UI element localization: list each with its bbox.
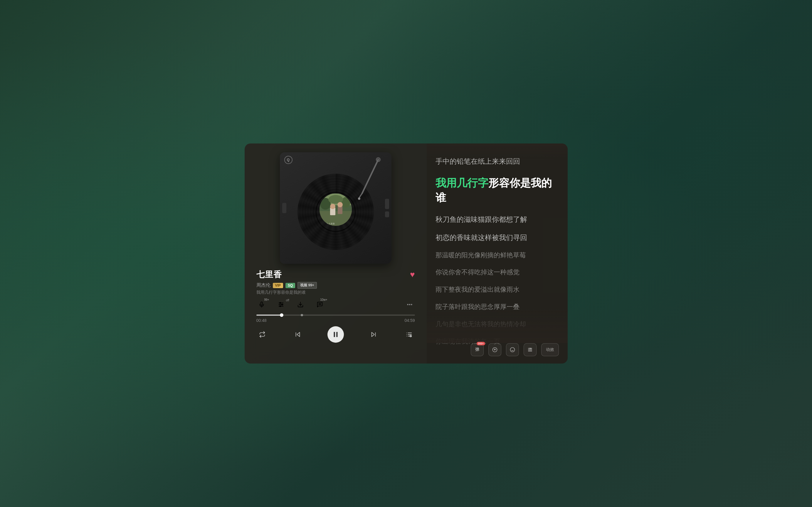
svg-point-22 — [280, 306, 281, 307]
danmu-badge: 999+ — [476, 342, 485, 345]
player-brand-logo: Q — [284, 156, 293, 164]
comment-button[interactable]: 10w+ — [314, 299, 325, 310]
song-title: 七里香 — [256, 269, 282, 280]
artist-name: 周杰伦 — [256, 282, 270, 288]
score-icon — [524, 343, 537, 356]
svg-point-21 — [281, 304, 283, 305]
danmu-icon: 弹 999+ — [471, 343, 484, 356]
progress-marker — [301, 314, 303, 316]
like-button[interactable]: ♥ — [410, 270, 415, 279]
left-panel: Q — [245, 144, 427, 363]
lyric-line-2[interactable]: 秋刀鱼的滋味猫跟你都想了解 — [436, 210, 556, 229]
svg-line-14 — [359, 193, 362, 198]
vip-badge: VIP — [273, 283, 283, 288]
playlist-button[interactable] — [403, 329, 415, 340]
svg-point-27 — [407, 304, 408, 305]
svg-marker-30 — [297, 332, 300, 337]
song-info: 七里香 ♥ 周杰伦 VIP SQ 视频 99+ 我用几行字形容你是我的谁 99+ — [253, 269, 418, 343]
play-pause-button[interactable] — [327, 326, 344, 343]
progress-track[interactable] — [256, 315, 415, 316]
svg-point-28 — [409, 304, 410, 305]
playback-controls — [256, 326, 415, 343]
record-player: Q — [280, 152, 392, 264]
progress-fill — [256, 315, 282, 316]
svg-marker-34 — [371, 332, 374, 337]
svg-point-29 — [411, 304, 412, 305]
player-side-right — [385, 199, 389, 217]
current-time: 00:48 — [256, 318, 267, 323]
video-badge: 视频 99+ — [298, 282, 317, 289]
next-button[interactable] — [368, 329, 379, 340]
svg-text:周杰伦·七里香: 周杰伦·七里香 — [322, 223, 335, 225]
prev-button[interactable] — [292, 329, 304, 340]
more-button[interactable] — [404, 299, 415, 310]
player-container: Q — [245, 144, 568, 363]
artist-row: 周杰伦 VIP SQ 视频 99+ — [256, 282, 415, 289]
progress-area[interactable] — [256, 315, 415, 316]
svg-point-7 — [338, 202, 343, 208]
lyric-line-8[interactable]: 几句是非也无法将我的热情冷却 — [436, 316, 556, 333]
album-art: 周杰伦·七里香 — [319, 194, 352, 226]
svg-rect-32 — [334, 332, 335, 337]
comment-count: 10w+ — [320, 298, 327, 301]
action-buttons: 99+ off — [256, 299, 415, 310]
time-row: 00:48 04:59 — [256, 318, 415, 323]
tune-button[interactable]: off — [276, 299, 286, 310]
lyric-line-5[interactable]: 你说你舍不得吃掉这一种感觉 — [436, 264, 556, 281]
effects-icon: 动效 — [541, 343, 559, 356]
lyrics-container: 手中的铅笔在纸上来来回回 我用几行字形容你是我的谁 秋刀鱼的滋味猫跟你都想了解 … — [436, 152, 556, 355]
mic-count: 99+ — [264, 298, 269, 301]
effects-button[interactable]: 动效 — [541, 343, 559, 356]
svg-point-20 — [280, 302, 281, 304]
tune-ctrl-icon — [506, 343, 519, 356]
tune-label: off — [286, 299, 289, 302]
player-side-left — [282, 203, 286, 213]
svg-point-15 — [358, 198, 360, 200]
svg-point-24 — [319, 304, 319, 304]
svg-line-13 — [362, 160, 378, 193]
lyric-line-7[interactable]: 院子落叶跟我的思念厚厚一叠 — [436, 298, 556, 316]
svg-point-45 — [510, 348, 514, 352]
svg-point-9 — [330, 204, 336, 209]
lyric-line-3[interactable]: 初恋的香味就这样被我们寻回 — [436, 229, 556, 247]
total-time: 04:59 — [404, 318, 415, 323]
progress-thumb — [280, 313, 284, 317]
mic-button[interactable]: 99+ — [256, 299, 267, 310]
right-panel: 手中的铅笔在纸上来来回回 我用几行字形容你是我的谁 秋刀鱼的滋味猫跟你都想了解 … — [427, 144, 568, 363]
danmu-button[interactable]: 弹 999+ — [471, 343, 484, 356]
lyric-line-6[interactable]: 雨下整夜我的爱溢出就像雨水 — [436, 281, 556, 298]
svg-rect-33 — [336, 332, 338, 337]
svg-point-26 — [320, 304, 321, 304]
bottom-right-controls: 弹 999+ — [471, 343, 559, 356]
download-button[interactable] — [295, 299, 306, 310]
lyrics-btn[interactable] — [489, 343, 501, 356]
lyric-line-4[interactable]: 那温暖的阳光像刚摘的鲜艳草莓 — [436, 247, 556, 264]
lyric-line-0[interactable]: 手中的铅笔在纸上来来回回 — [436, 152, 556, 170]
sq-badge: SQ — [286, 283, 295, 288]
song-subtitle: 我用几行字形容你是我的谁 — [256, 290, 415, 295]
svg-point-25 — [319, 304, 320, 304]
tune-ctrl-btn[interactable] — [506, 343, 519, 356]
repeat-button[interactable] — [256, 329, 268, 340]
lyric-line-1[interactable]: 我用几行字形容你是我的谁 — [436, 170, 556, 211]
score-button[interactable] — [524, 343, 537, 356]
lyrics-icon — [489, 343, 501, 356]
